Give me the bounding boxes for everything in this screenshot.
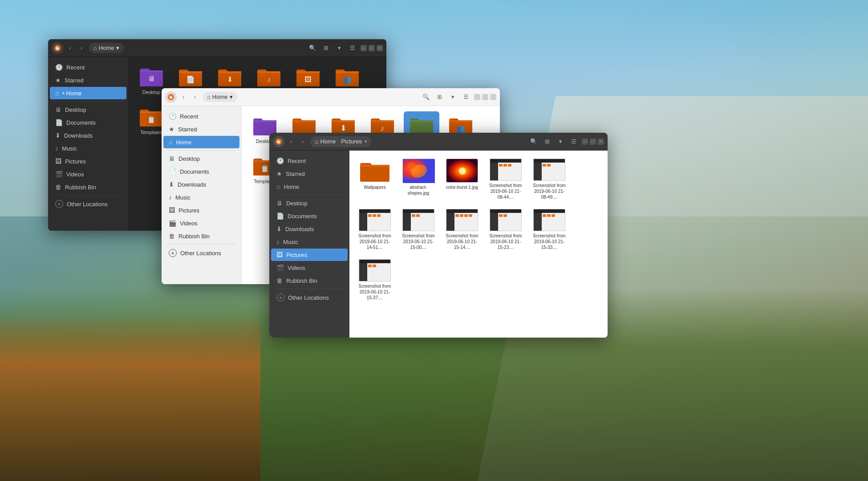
trash-nav-label-2: Rubbish Bin <box>178 233 210 240</box>
starred-label-1: Starred <box>65 77 84 84</box>
minimize-button-2[interactable] <box>474 94 480 100</box>
sidebar-item-downloads-1[interactable]: ⬇ Downloads <box>50 129 126 142</box>
maximize-button-2[interactable] <box>482 94 488 100</box>
sidebar-item-pictures-2[interactable]: 🖼 Pictures <box>163 204 239 216</box>
back-button-3[interactable]: ‹ <box>286 137 296 147</box>
sidebar-item-music-2[interactable]: ♪ Music <box>163 191 239 204</box>
sidebar-item-starred-2[interactable]: ★ Starred <box>163 123 239 135</box>
forward-button-1[interactable]: › <box>77 43 86 53</box>
search-button-1[interactable]: 🔍 <box>306 42 319 54</box>
sidebar-item-trash-2[interactable]: 🗑 Rubbish Bin <box>163 230 239 242</box>
view-dropdown-2[interactable]: ▾ <box>446 91 459 103</box>
screenshot-3[interactable]: Screenshot from 2019-06-10 21-14-51.... <box>355 206 395 253</box>
main-content-3: 🕐 Recent ★ Starred ⌂ Home 🖥 Desktop 📄 Do… <box>269 151 608 338</box>
vid-nav-label-3: Videos <box>288 265 305 271</box>
file-grid-3: Wallpapers <box>355 156 602 303</box>
dropdown-icon-1: ▾ <box>116 45 119 51</box>
back-button-2[interactable]: ‹ <box>178 92 188 102</box>
titlebar-2: ‹ › ⌂ Home ▾ 🔍 ⊞ ▾ ☰ <box>162 88 500 106</box>
close-button-1[interactable]: ✕ <box>377 45 383 51</box>
file-color-burst[interactable]: color-burst-1.jpg <box>442 156 482 203</box>
file-abstract-shapes[interactable]: abstract-shapes.jpg <box>398 156 438 203</box>
close-button-2[interactable] <box>490 94 496 100</box>
search-button-3[interactable]: 🔍 <box>527 135 540 148</box>
close-button-3[interactable]: ✕ <box>598 139 604 145</box>
pics-nav-label-3: Pictures <box>286 252 307 258</box>
sidebar-item-home-2[interactable]: ⌂ Home <box>163 136 239 148</box>
sidebar-item-trash-1[interactable]: 🗑 Rubbish Bin <box>50 181 126 193</box>
sidebar-item-music-3[interactable]: ♪ Music <box>271 236 348 248</box>
docs-nav-label-1: Documents <box>66 119 96 126</box>
sidebar-item-home-1[interactable]: ⌂ • Home <box>50 87 126 99</box>
sidebar-item-pictures-1[interactable]: 🖼 Pictures <box>50 155 126 167</box>
location-bar-1[interactable]: ⌂ Home ▾ <box>89 43 124 53</box>
trash-nav-icon-2: 🗑 <box>169 232 175 240</box>
sidebar-item-desktop-1[interactable]: 🖥 Desktop <box>50 103 126 116</box>
sidebar-item-videos-1[interactable]: 🎬 Videos <box>50 168 126 180</box>
view-dropdown-3[interactable]: ▾ <box>554 135 567 148</box>
sidebar-item-videos-2[interactable]: 🎬 Videos <box>163 217 239 229</box>
svg-point-18 <box>407 162 416 169</box>
sidebar-item-desktop-2[interactable]: 🖥 Desktop <box>163 152 239 165</box>
files-icon-1 <box>54 45 61 52</box>
folder-icon-desktop-1: 🖥 <box>139 66 164 87</box>
sidebar-item-recent-1[interactable]: 🕐 Recent <box>50 61 126 73</box>
app-icon-3 <box>273 136 284 147</box>
trash-nav-icon-3: 🗑 <box>276 277 283 284</box>
view-dropdown-1[interactable]: ▾ <box>333 42 345 54</box>
forward-button-2[interactable]: › <box>190 92 200 102</box>
view-button-1[interactable]: ⊞ <box>320 42 332 54</box>
view-button-3[interactable]: ⊞ <box>541 135 553 148</box>
sidebar-item-other-2[interactable]: + Other Locations <box>163 246 239 260</box>
dropdown-icon-2: ▾ <box>230 94 233 100</box>
screenshot-8[interactable]: Screenshot from 2019-06-10 21-15-37.... <box>355 257 395 303</box>
sidebar-item-pictures-3[interactable]: 🖼 Pictures <box>271 249 348 261</box>
sidebar-item-downloads-3[interactable]: ⬇ Downloads <box>271 223 348 235</box>
screenshot-6[interactable]: Screenshot from 2019-06-10 21-15-23.... <box>486 206 526 253</box>
sidebar-item-documents-2[interactable]: 📄 Documents <box>163 165 239 178</box>
sidebar-item-recent-3[interactable]: 🕐 Recent <box>271 155 348 167</box>
view-button-2[interactable]: ⊞ <box>433 91 446 103</box>
forward-button-3[interactable]: › <box>298 137 308 147</box>
location-bar-2[interactable]: ⌂ Home ▾ <box>203 92 237 102</box>
recent-icon-1: 🕐 <box>55 64 63 71</box>
screenshot-2[interactable]: Screenshot from 2019-06-10 21-08-49.... <box>529 156 569 203</box>
minimize-button-3[interactable]: — <box>582 139 588 145</box>
sidebar-item-downloads-2[interactable]: ⬇ Downloads <box>163 178 239 191</box>
minimize-button-1[interactable]: — <box>361 45 367 51</box>
music-nav-label-2: Music <box>175 194 191 201</box>
svg-text:👥: 👥 <box>343 75 352 84</box>
sidebar-item-documents-1[interactable]: 📄 Documents <box>50 116 126 129</box>
screenshot-1[interactable]: Screenshot from 2019-06-10 21-08-44.... <box>486 156 526 203</box>
sidebar-item-other-3[interactable]: + Other Locations <box>271 291 348 304</box>
menu-button-2[interactable]: ☰ <box>460 91 472 103</box>
nav-buttons-1: ‹ › <box>52 42 86 54</box>
desktop-nav-icon-2: 🖥 <box>169 155 175 162</box>
menu-button-1[interactable]: ☰ <box>346 42 359 54</box>
sidebar-item-recent-2[interactable]: 🕐 Recent <box>163 110 239 122</box>
screenshot-4-thumbnail <box>402 209 434 231</box>
screenshot-7[interactable]: Screenshot from 2019-06-10 21-15-33.... <box>529 206 569 253</box>
sidebar-item-trash-3[interactable]: 🗑 Rubbish Bin <box>271 274 348 287</box>
sidebar-item-desktop-3[interactable]: 🖥 Desktop <box>271 197 348 209</box>
folder-wallpapers[interactable]: Wallpapers <box>355 156 395 203</box>
screenshot-5[interactable]: Screenshot from 2019-06-10 21-15-14.... <box>442 206 482 253</box>
sidebar-item-other-1[interactable]: + Other Locations <box>50 197 126 211</box>
menu-button-3[interactable]: ☰ <box>568 135 580 148</box>
search-button-2[interactable]: 🔍 <box>420 91 432 103</box>
path-dropdown-3: ▾ <box>365 139 367 144</box>
back-button-1[interactable]: ‹ <box>65 43 75 53</box>
sidebar-item-music-1[interactable]: ♪ Music <box>50 142 126 155</box>
maximize-button-3[interactable]: □ <box>590 139 596 145</box>
sidebar-item-documents-3[interactable]: 📄 Documents <box>271 210 348 222</box>
maximize-button-1[interactable]: □ <box>369 45 375 51</box>
docs-nav-icon-2: 📄 <box>169 168 176 175</box>
sidebar-item-videos-3[interactable]: 🎬 Videos <box>271 261 348 274</box>
path-bar-3[interactable]: ⌂ Home Pictures ▾ <box>310 136 371 147</box>
screenshot-4[interactable]: Screenshot from 2019-06-10 21-15-00.... <box>398 206 438 253</box>
sidebar-item-starred-3[interactable]: ★ Starred <box>271 167 348 180</box>
sidebar-item-starred-1[interactable]: ★ Starred <box>50 74 126 86</box>
sidebar-item-home-3[interactable]: ⌂ Home <box>271 180 348 193</box>
folder-svg-downloads-1: ⬇ <box>217 66 242 87</box>
screenshot-2-thumbnail <box>533 159 565 181</box>
